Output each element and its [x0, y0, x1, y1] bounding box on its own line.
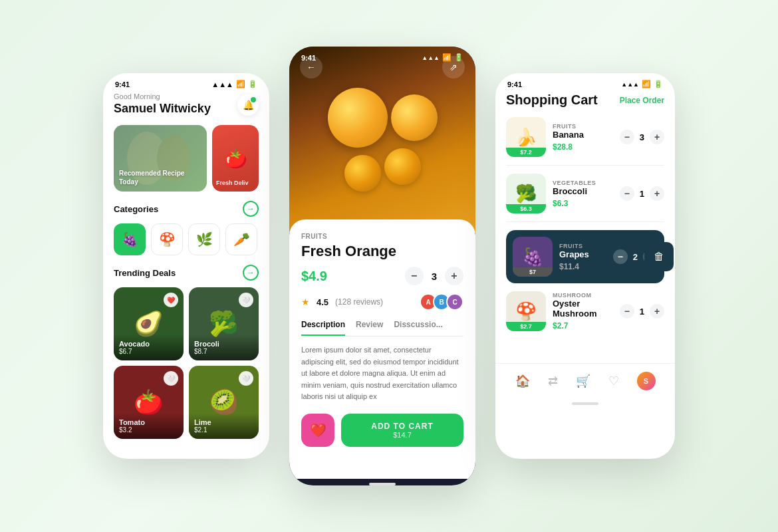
trending-arrow[interactable]: → [243, 265, 259, 281]
deal-overlay-1: Brocoli $8.7 [189, 334, 259, 360]
cart-item-name-2: Grapes [559, 249, 606, 259]
orange-2 [391, 94, 438, 141]
rating-value: 4.5 [317, 297, 328, 307]
cart-price-badge-1: $6.3 [506, 204, 546, 213]
deal-card-1[interactable]: 🥦 🤍 Brocoli $8.7 [189, 287, 259, 360]
tab-review[interactable]: Review [356, 320, 383, 336]
phone-cart: 9:41 ▲▲▲ 📶 🔋 Shopping Cart Place Order 🍌… [495, 73, 675, 459]
nav-wishlist[interactable]: ♡ [608, 374, 619, 388]
status-bar-1: 9:41 ▲▲▲ 📶 🔋 [103, 73, 269, 92]
product-detail: FRUITS Fresh Orange $4.9 − 3 + ★ 4.5 (12… [289, 219, 475, 479]
wishlist-button[interactable]: ❤️ [301, 414, 334, 447]
deal-heart-3[interactable]: 🤍 [239, 371, 253, 386]
nav-home[interactable]: 🏠 [515, 374, 530, 388]
user-name: Samuel Witwicky [114, 102, 211, 116]
qty-decrease-2[interactable]: − [613, 249, 628, 264]
cart-item-qty-3: − 1 + [620, 304, 664, 319]
cart-item-img-3: 🍄 $2.7 [506, 291, 546, 331]
qty-decrease-3[interactable]: − [620, 304, 634, 319]
deal-overlay-3: Lime $2.1 [189, 413, 259, 439]
rating-row: ★ 4.5 (128 reviews) A B C [301, 293, 463, 311]
qty-num-0: 3 [640, 132, 644, 142]
signal-icon-3: ▲▲▲ [621, 81, 639, 88]
category-btn-1[interactable]: 🍄 [151, 223, 183, 255]
phone-product: 9:41 ▲▲▲ 📶 🔋 ← ⇗ FRUITS [289, 47, 475, 485]
category-btn-2[interactable]: 🌿 [188, 223, 220, 255]
categories-row: 🍇 🍄 🌿 🥕 [114, 223, 259, 255]
time-1: 9:41 [115, 80, 130, 88]
star-icon: ★ [301, 297, 310, 307]
battery-icon-2: 🔋 [454, 53, 463, 62]
time-2: 9:41 [301, 54, 316, 62]
greeting-block: Good Morning Samuel Witwicky [114, 92, 211, 116]
status-icons-3: ▲▲▲ 📶 🔋 [621, 80, 663, 88]
place-order-button[interactable]: Place Order [620, 96, 664, 105]
cart-item-info-1: VEGETABLES Broccoli $6.3 [553, 180, 613, 208]
deal-price-3: $2.1 [194, 426, 253, 434]
scroll-indicator-2 [369, 483, 396, 485]
banner-recommended-text: Recomended Recipe Today [119, 169, 201, 186]
trending-title: Trending Deals [114, 268, 176, 278]
tab-description[interactable]: Description [301, 320, 345, 336]
home-header: Good Morning Samuel Witwicky 🔔 [114, 92, 259, 116]
product-price: $4.9 [301, 269, 327, 284]
category-btn-3[interactable]: 🥕 [225, 223, 257, 255]
orange-4 [384, 148, 421, 185]
product-tabs: Description Review Disscussio... [301, 320, 463, 336]
nav-cart[interactable]: 🛒 [576, 374, 590, 388]
nav-transfer[interactable]: ⇄ [548, 374, 558, 388]
deals-grid: 🥑 ❤️ Avocado $6.7 🥦 🤍 Brocoli $8.7 🍅 🤍 [114, 287, 259, 439]
qty-decrease[interactable]: − [405, 267, 424, 285]
bottom-nav: 🏠 ⇄ 🛒 ♡ S [495, 363, 675, 398]
cart-item-qty-0: − 3 + [620, 130, 664, 144]
status-icons-1: ▲▲▲ 📶 🔋 [211, 80, 257, 88]
deal-card-2[interactable]: 🍅 🤍 Tomato $3.2 [114, 366, 184, 439]
qty-increase-0[interactable]: + [650, 130, 664, 144]
category-btn-0[interactable]: 🍇 [114, 223, 146, 255]
product-category: FRUITS [301, 233, 463, 240]
cart-item-info-0: FRUITS Banana $28.8 [553, 123, 613, 152]
cart-item-category-3: MUSHROOM [553, 292, 613, 299]
banner-delivery-text: Fresh Deliv [216, 180, 249, 188]
orange-1 [328, 88, 388, 148]
qty-increase-3[interactable]: + [650, 304, 664, 319]
nav-profile[interactable]: S [637, 372, 656, 390]
cart-content: Shopping Cart Place Order 🍌 $7.2 FRUITS … [495, 92, 675, 358]
deal-name-3: Lime [194, 418, 253, 426]
deal-card-3[interactable]: 🥝 🤍 Lime $2.1 [189, 366, 259, 439]
orange-visual [289, 88, 475, 192]
qty-decrease-0[interactable]: − [620, 130, 634, 144]
time-3: 9:41 [507, 80, 522, 88]
deal-card-0[interactable]: 🥑 ❤️ Avocado $6.7 [114, 287, 184, 360]
categories-arrow[interactable]: → [243, 201, 259, 217]
banner-recommended[interactable]: Recomended Recipe Today [114, 125, 207, 192]
banner-delivery[interactable]: 🍅 Fresh Deliv [212, 125, 259, 192]
action-buttons: ❤️ ADD TO CART $14.7 [301, 414, 463, 447]
add-to-cart-button[interactable]: ADD TO CART $14.7 [341, 414, 463, 447]
deal-overlay-2: Tomato $3.2 [114, 413, 184, 439]
product-image: ← ⇗ [289, 47, 475, 233]
deal-heart-0[interactable]: ❤️ [164, 293, 178, 307]
deal-heart-1[interactable]: 🤍 [239, 293, 253, 307]
qty-increase[interactable]: + [445, 267, 463, 285]
cart-item-img-2: 🍇 $7 [513, 237, 553, 277]
status-bar-2: 9:41 ▲▲▲ 📶 🔋 [289, 47, 475, 66]
delete-button[interactable]: 🗑 [644, 242, 674, 271]
cart-item-name-0: Banana [553, 130, 613, 140]
qty-increase-1[interactable]: + [650, 186, 664, 201]
qty-decrease-1[interactable]: − [620, 186, 634, 201]
notification-bell[interactable]: 🔔 [237, 94, 259, 116]
cart-item-name-1: Broccoli [553, 186, 613, 196]
deal-heart-2[interactable]: 🤍 [164, 371, 178, 386]
wifi-icon-3: 📶 [642, 80, 651, 88]
deal-price-1: $8.7 [194, 348, 253, 355]
scroll-indicator-3 [572, 402, 598, 405]
cart-item-price-1: $6.3 [553, 199, 613, 208]
home-content: Good Morning Samuel Witwicky 🔔 Recomende… [103, 92, 269, 450]
trending-header: Trending Deals → [114, 265, 259, 281]
tab-discussion[interactable]: Disscussio... [394, 320, 442, 336]
cart-item-info-2: FRUITS Grapes $11.4 [559, 243, 606, 271]
qty-num-2: 2 [633, 252, 638, 262]
battery-icon-3: 🔋 [654, 80, 663, 88]
cart-item-price-0: $28.8 [553, 142, 613, 152]
